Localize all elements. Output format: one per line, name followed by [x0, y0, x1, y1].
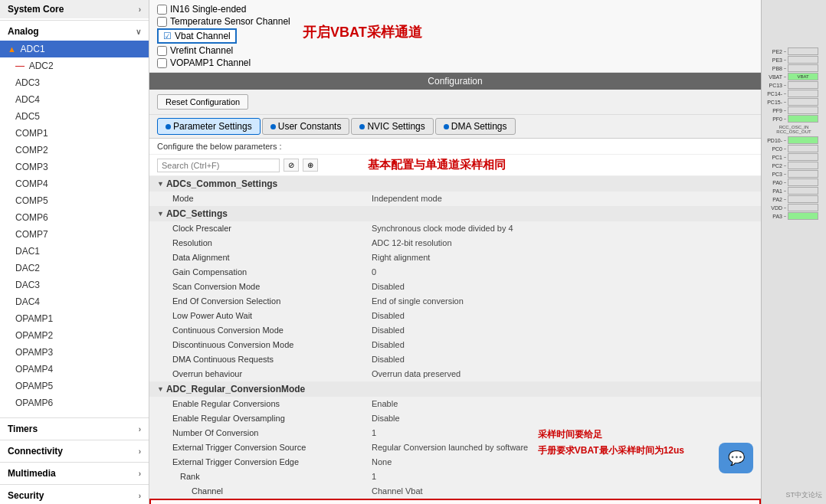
vopamp-checkbox[interactable]	[157, 58, 167, 68]
annotation-basic: 基本配置与单通道采样相同	[368, 158, 506, 172]
param-overrun-value: Overrun data preserved	[364, 367, 761, 381]
sidebar-item-comp5[interactable]: COMP5	[0, 192, 149, 209]
checkbox-in16[interactable]: IN16 Single-ended	[157, 4, 753, 15]
pin-pe2: PE2	[763, 47, 824, 55]
sidebar-item-opamp4[interactable]: OPAMP4	[0, 361, 149, 378]
sidebar-item-comp2[interactable]: COMP2	[0, 142, 149, 159]
pin-pa3: PA3	[763, 212, 824, 220]
search-options-button[interactable]: ⊕	[303, 159, 318, 172]
sidebar-item-opamp5[interactable]: OPAMP5	[0, 378, 149, 394]
tab-params-label: Parameter Settings	[173, 121, 252, 132]
chip-diagram: PE2 PE3 PB8 VBATVBAT PC13 PC14- PC15- PF…	[761, 0, 826, 504]
pin-pa0: PA0	[763, 178, 824, 186]
param-gain-value: 0	[364, 265, 761, 279]
param-sampling-value: 640.5 Cycles	[365, 500, 759, 504]
chevron-right-icon: ›	[139, 5, 141, 14]
sidebar-item-adc5[interactable]: ADC5	[0, 108, 149, 125]
multimedia-label: Multimedia	[8, 468, 56, 479]
sidebar-item-opamp1[interactable]: OPAMP1	[0, 310, 149, 327]
sidebar-item-opamp3[interactable]: OPAMP3	[0, 344, 149, 361]
checkbox-temp[interactable]: Temperature Sensor Channel	[157, 16, 753, 27]
tab-user-constants[interactable]: User Constants	[262, 118, 350, 135]
sidebar-item-adc2[interactable]: — ADC2	[0, 57, 149, 74]
connectivity-label: Connectivity	[8, 446, 63, 457]
in16-checkbox[interactable]	[157, 5, 167, 15]
in16-label: IN16 Single-ended	[170, 4, 246, 15]
tab-nvic-label: NVIC Settings	[367, 121, 424, 132]
param-channel-value: Channel Vbat	[364, 484, 761, 498]
sidebar-item-comp4[interactable]: COMP4	[0, 175, 149, 192]
section-adc-settings[interactable]: ▼ ADC_Settings	[149, 206, 761, 221]
vbat-label: Vbat Channel	[175, 31, 231, 41]
search-clear-button[interactable]: ⊘	[284, 159, 299, 172]
sidebar-security[interactable]: Security ›	[0, 486, 149, 504]
param-eoc-selection: End Of Conversion Selection End of singl…	[149, 294, 761, 309]
reset-config-button[interactable]: Reset Configuration	[157, 94, 248, 110]
param-discont-value: Disabled	[364, 338, 761, 352]
sidebar-connectivity[interactable]: Connectivity ›	[0, 442, 149, 460]
tabs-row: Parameter Settings User Constants NVIC S…	[149, 115, 761, 139]
search-row: ⊘ ⊕ 基本配置与单通道采样相同	[149, 155, 761, 176]
warning-icon: ▲	[8, 44, 16, 54]
sidebar-item-opamp6[interactable]: OPAMP6	[0, 394, 149, 411]
param-dma-value: Disabled	[364, 352, 761, 366]
pin-pc13: PC13	[763, 81, 824, 89]
sidebar-item-adc3[interactable]: ADC3	[0, 74, 149, 91]
tab-user-label: User Constants	[278, 121, 342, 132]
vrefint-checkbox[interactable]	[157, 46, 167, 56]
sidebar-item-adc4[interactable]: ADC4	[0, 91, 149, 108]
annotation-vbat: 开启VBAT采样通道	[303, 23, 422, 41]
pin-vbat: VBATVBAT	[763, 73, 824, 80]
param-align-value: Right alignment	[364, 250, 761, 264]
param-clock-name: Clock Prescaler	[149, 221, 364, 235]
sidebar-item-adc1[interactable]: ▲ ADC1	[0, 41, 149, 57]
sidebar-item-comp6[interactable]: COMP6	[0, 209, 149, 226]
sidebar-item-comp1[interactable]: COMP1	[0, 125, 149, 142]
section-adc-regular[interactable]: ▼ ADC_Regular_ConversionMode	[149, 381, 761, 397]
param-clock-value: Synchronous clock mode divided by 4	[364, 221, 761, 235]
temp-checkbox[interactable]	[157, 17, 167, 27]
sidebar-item-dac3[interactable]: DAC3	[0, 277, 149, 293]
chat-bubble-button[interactable]: 💬	[719, 443, 753, 473]
pin-pe3: PE3	[763, 56, 824, 64]
search-input[interactable]	[157, 159, 280, 172]
param-enreg-name: Enable Regular Conversions	[149, 397, 364, 411]
connectivity-chevron-icon: ›	[139, 447, 141, 456]
pin-list: PE2 PE3 PB8 VBATVBAT PC13 PC14- PC15- PF…	[762, 46, 826, 221]
sidebar-item-dac1[interactable]: DAC1	[0, 243, 149, 260]
section-adcs-common[interactable]: ▼ ADCs_Common_Settings	[149, 176, 761, 191]
sidebar-item-dac2[interactable]: DAC2	[0, 260, 149, 277]
pin-pc1: PC1	[763, 153, 824, 161]
param-sampling-time: Sampling Time 640.5 Cycles	[149, 499, 761, 504]
tab-dma-settings[interactable]: DMA Settings	[435, 118, 516, 135]
param-data-alignment: Data Alignment Right alignment	[149, 250, 761, 265]
sidebar-analog[interactable]: Analog ∨	[0, 22, 149, 41]
param-overrun: Overrun behaviour Overrun data preserved	[149, 367, 761, 381]
sidebar-system-core[interactable]: System Core ›	[0, 0, 149, 18]
checkbox-vopamp[interactable]: VOPAMP1 Channel	[157, 57, 753, 68]
chip-config-area: IN16 Single-ended Temperature Sensor Cha…	[149, 0, 761, 73]
sidebar-item-comp7[interactable]: COMP7	[0, 226, 149, 243]
sidebar-multimedia[interactable]: Multimedia ›	[0, 464, 149, 483]
pin-pb8: PB8	[763, 64, 824, 72]
checkbox-vrefint[interactable]: Vrefint Channel	[157, 45, 753, 56]
checkbox-vbat-row[interactable]: ☑ Vbat Channel	[157, 28, 753, 44]
system-core-label: System Core	[8, 4, 64, 15]
pin-pd10: PD10-	[763, 136, 824, 144]
vrefint-label: Vrefint Channel	[170, 45, 233, 56]
param-res-value: ADC 12-bit resolution	[364, 236, 761, 250]
sidebar-item-opamp2[interactable]: OPAMP2	[0, 327, 149, 344]
tab-nvic-settings[interactable]: NVIC Settings	[351, 118, 433, 135]
pin-pf9: PF9	[763, 106, 824, 114]
chevron-down-icon: ∨	[136, 28, 141, 36]
sidebar: System Core › Analog ∨ ▲ ADC1 — ADC2 ADC…	[0, 0, 149, 504]
param-scan-conversion: Scan Conversion Mode Disabled	[149, 280, 761, 294]
sidebar-timers[interactable]: Timers ›	[0, 420, 149, 438]
vopamp-label: VOPAMP1 Channel	[170, 57, 251, 68]
param-numconv-name: Number Of Conversion	[149, 426, 364, 440]
sidebar-item-comp3[interactable]: COMP3	[0, 159, 149, 175]
tab-parameter-settings[interactable]: Parameter Settings	[157, 118, 261, 135]
param-res-name: Resolution	[149, 236, 364, 250]
param-enable-regular: Enable Regular Conversions Enable	[149, 397, 761, 411]
sidebar-item-dac4[interactable]: DAC4	[0, 293, 149, 310]
